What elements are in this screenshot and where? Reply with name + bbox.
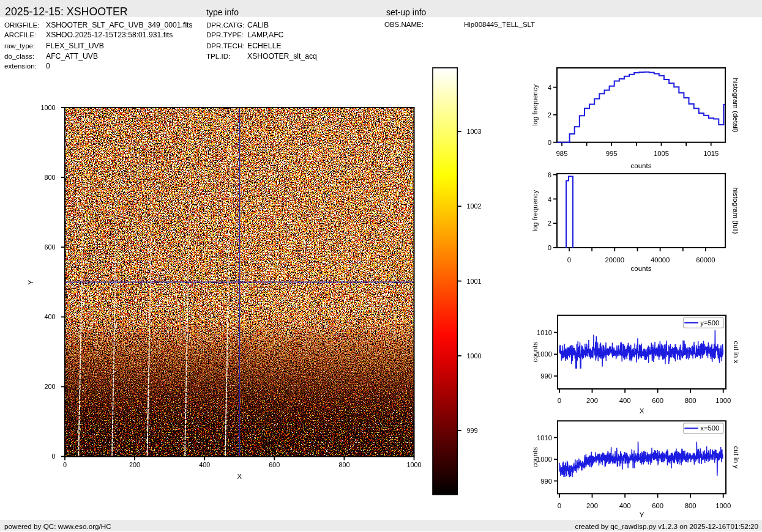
svg-text:counts: counts: [531, 447, 539, 468]
svg-text:20000: 20000: [605, 256, 624, 264]
svg-text:1000: 1000: [537, 350, 552, 358]
svg-text:600: 600: [44, 243, 55, 251]
svg-text:1002: 1002: [467, 202, 482, 210]
svg-text:200: 200: [44, 383, 55, 390]
svg-text:1000: 1000: [537, 456, 552, 463]
svg-text:cut in x: cut in x: [733, 341, 740, 364]
svg-text:800: 800: [44, 174, 55, 181]
svg-text:0: 0: [567, 256, 571, 264]
svg-text:1010: 1010: [537, 329, 552, 336]
svg-text:Y: Y: [27, 279, 34, 284]
svg-text:histogram (detail): histogram (detail): [732, 78, 739, 132]
svg-text:985: 985: [556, 150, 568, 157]
svg-text:1005: 1005: [654, 150, 669, 157]
svg-text:200: 200: [586, 397, 598, 404]
svg-text:4: 4: [548, 84, 551, 91]
svg-text:990: 990: [540, 372, 552, 380]
svg-text:0: 0: [51, 453, 55, 460]
svg-text:60000: 60000: [696, 256, 715, 264]
svg-text:counts: counts: [631, 265, 652, 272]
svg-text:0: 0: [548, 244, 551, 251]
svg-text:1001: 1001: [467, 278, 482, 285]
svg-text:600: 600: [652, 397, 663, 404]
svg-text:1000: 1000: [467, 352, 482, 360]
svg-text:400: 400: [199, 461, 210, 468]
svg-text:counts: counts: [631, 162, 652, 169]
svg-text:800: 800: [685, 502, 697, 509]
svg-text:1000: 1000: [715, 397, 731, 404]
svg-text:2: 2: [548, 220, 551, 227]
svg-text:Y: Y: [640, 511, 644, 519]
svg-text:40000: 40000: [651, 256, 670, 264]
svg-text:X: X: [640, 407, 644, 415]
svg-text:1010: 1010: [537, 434, 552, 441]
svg-text:y=500: y=500: [700, 319, 719, 327]
svg-text:400: 400: [44, 313, 55, 320]
svg-text:histogram (full): histogram (full): [732, 187, 739, 234]
svg-text:log frequency: log frequency: [531, 190, 539, 231]
svg-text:4: 4: [548, 196, 551, 203]
svg-text:400: 400: [619, 502, 631, 509]
svg-text:600: 600: [652, 502, 663, 509]
svg-text:995: 995: [606, 150, 618, 157]
svg-text:0: 0: [558, 502, 561, 509]
svg-text:800: 800: [685, 397, 697, 404]
svg-text:200: 200: [586, 502, 598, 509]
svg-text:1000: 1000: [715, 502, 731, 509]
svg-text:x=500: x=500: [700, 424, 719, 432]
svg-text:log frequency: log frequency: [531, 84, 539, 126]
svg-text:X: X: [237, 473, 242, 480]
svg-text:800: 800: [338, 461, 349, 468]
svg-text:0: 0: [548, 139, 551, 146]
svg-text:999: 999: [467, 427, 478, 434]
svg-text:200: 200: [129, 461, 140, 468]
svg-text:400: 400: [619, 397, 631, 404]
svg-text:cut in y: cut in y: [733, 446, 740, 469]
svg-text:1000: 1000: [40, 104, 55, 111]
svg-text:0: 0: [63, 461, 67, 468]
svg-text:600: 600: [269, 461, 280, 468]
svg-text:1015: 1015: [703, 150, 719, 157]
svg-text:0: 0: [558, 397, 561, 404]
svg-text:6: 6: [548, 171, 551, 179]
svg-text:990: 990: [540, 478, 552, 485]
svg-text:1003: 1003: [467, 128, 482, 135]
svg-text:1000: 1000: [406, 461, 421, 468]
svg-text:counts: counts: [531, 342, 539, 363]
svg-text:2: 2: [548, 111, 551, 119]
